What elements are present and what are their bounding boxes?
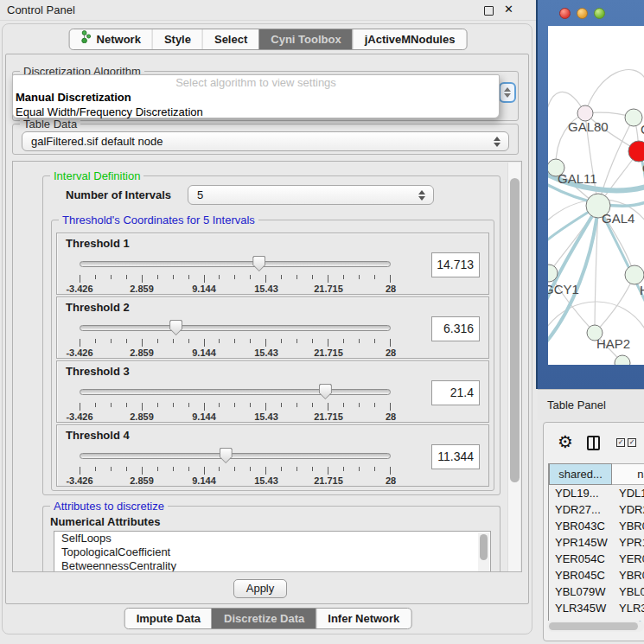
network-node[interactable] <box>625 109 642 126</box>
tick-mark <box>126 275 127 279</box>
table-row[interactable]: YBR043CYBR0 <box>549 518 644 534</box>
numerical-attributes-list[interactable]: SelfLoopsTopologicalCoefficientBetweenne… <box>54 531 491 572</box>
float-window-icon[interactable] <box>484 6 494 16</box>
slider-track[interactable] <box>80 325 391 331</box>
table-row[interactable]: YDL19...YDL1 <box>549 485 644 501</box>
threshold-slider[interactable]: -3.4262.8599.14415.4321.71528 <box>80 318 391 358</box>
algorithm-combo-focused[interactable] <box>499 82 516 103</box>
scrollbar-thumb[interactable] <box>510 178 520 482</box>
table-row[interactable]: YPR145WYPR1 <box>549 534 644 551</box>
table-row[interactable]: YER054CYER0 <box>549 551 644 567</box>
tick-mark <box>328 467 328 475</box>
slider-thumb[interactable] <box>319 384 332 399</box>
cell-name: YDR2 <box>619 501 644 518</box>
scrollbar-thumb[interactable] <box>480 534 488 560</box>
tick-mark <box>359 339 360 343</box>
control-panel-titlebar: Control Panel ✕ <box>0 0 536 21</box>
tab-style[interactable]: Style <box>152 29 202 49</box>
threshold-slider[interactable]: -3.4262.8599.14415.4321.71528 <box>80 254 391 294</box>
table-data-combo[interactable]: galFiltered.sif default node <box>22 131 509 151</box>
attribute-list-item[interactable]: BetweennessCentrality <box>54 559 490 572</box>
tick-mark <box>204 339 205 347</box>
gear-icon[interactable]: ⚙ <box>558 431 573 452</box>
threshold-value-field[interactable]: 14.713 <box>431 252 480 277</box>
tick-label: 2.859 <box>130 284 154 294</box>
tick-mark <box>219 467 220 471</box>
tab-cyni-toolbox[interactable]: Cyni Toolbox <box>258 29 352 49</box>
checkbox-icon[interactable]: ✓ <box>628 438 636 447</box>
threshold-label: Threshold 1 <box>66 237 130 250</box>
tab-label: Network <box>97 29 141 49</box>
slider-track[interactable] <box>80 261 391 267</box>
list-scrollbar[interactable] <box>478 532 489 572</box>
slider-thumb[interactable] <box>169 320 182 335</box>
tick-mark <box>312 339 313 343</box>
tab-infer-network[interactable]: Infer Network <box>316 609 411 628</box>
tick-mark <box>219 339 220 343</box>
slider-track[interactable] <box>80 389 391 395</box>
tick-mark <box>95 339 96 343</box>
threshold-slider[interactable]: -3.4262.8599.14415.4321.71528 <box>80 446 391 486</box>
slider-ticks <box>80 467 391 475</box>
bottom-tab-bar: Impute DataDiscretize DataInfer Network <box>124 608 412 629</box>
tab-network[interactable]: Network <box>70 29 152 49</box>
tick-mark <box>204 467 205 475</box>
network-view-window: GAL80GACGAL11GAL4GCY1HHAP2 <box>536 0 644 389</box>
network-node[interactable] <box>628 141 644 162</box>
scrollbar-thumb[interactable] <box>549 622 638 630</box>
cell-name: YDL1 <box>619 485 644 501</box>
table-row[interactable]: YLR345WYLR3 <box>549 600 644 616</box>
close-traffic-light-icon[interactable] <box>559 8 571 19</box>
tick-mark <box>343 275 344 279</box>
tick-mark <box>296 339 297 343</box>
slider-thumb[interactable] <box>220 448 233 463</box>
attribute-list-item[interactable]: SelfLoops <box>54 532 490 545</box>
table-panel-titlebar: Table Panel <box>538 389 644 420</box>
tick-label: 21.715 <box>314 348 343 358</box>
column-header-name[interactable]: name <box>612 463 644 485</box>
table-row[interactable]: YDR27...YDR2 <box>549 501 644 518</box>
number-of-intervals-combo[interactable]: 5 <box>188 185 434 205</box>
apply-button[interactable]: Apply <box>233 579 287 598</box>
dropdown-option[interactable]: Equal Width/Frequency Discretization <box>13 105 499 119</box>
columns-icon[interactable] <box>587 436 600 450</box>
network-canvas[interactable]: GAL80GACGAL11GAL4GCY1HHAP2 <box>548 26 644 365</box>
threshold-value-field[interactable]: 21.4 <box>431 380 480 405</box>
tick-label: 15.43 <box>254 475 278 486</box>
slider-thumb[interactable] <box>252 256 265 271</box>
algorithm-dropdown-popup: Select algorithm to view settings Manual… <box>12 74 500 118</box>
tick-mark <box>359 403 360 407</box>
minimize-traffic-light-icon[interactable] <box>577 8 588 19</box>
threshold-panel: Threshold 4-3.4262.8599.14415.4321.71528… <box>56 424 489 487</box>
tick-mark <box>188 403 189 407</box>
tab-impute-data[interactable]: Impute Data <box>125 609 212 628</box>
network-node[interactable] <box>625 265 644 284</box>
threshold-value-field[interactable]: 6.316 <box>431 316 480 341</box>
cell-shared-name: YBL079W <box>555 583 606 600</box>
attribute-list-item[interactable]: TopologicalCoefficient <box>54 545 490 559</box>
column-header-shared-name[interactable]: shared... <box>549 463 612 485</box>
tick-mark <box>374 275 375 279</box>
tick-mark <box>157 467 158 471</box>
table-row[interactable]: YBL079WYBL0 <box>549 583 644 600</box>
checkbox-icon[interactable]: ✓ <box>616 438 625 447</box>
cell-shared-name: YDR27... <box>555 501 601 518</box>
tab-jactivemnodules[interactable]: jActiveMNodules <box>353 29 467 49</box>
dropdown-option[interactable]: Manual Discretization <box>13 90 499 105</box>
threshold-slider[interactable]: -3.4262.8599.14415.4321.71528 <box>80 382 391 422</box>
tab-label: Discretize Data <box>224 609 304 628</box>
tick-mark <box>80 403 80 411</box>
tick-mark <box>281 275 282 279</box>
horizontal-scrollbar[interactable] <box>547 621 644 632</box>
tick-mark <box>265 467 266 475</box>
cell-shared-name: YBR043C <box>555 518 605 534</box>
table-row[interactable]: YBR045CYBR0 <box>549 567 644 583</box>
zoom-traffic-light-icon[interactable] <box>594 8 605 19</box>
slider-track[interactable] <box>80 453 391 459</box>
tab-discretize-data[interactable]: Discretize Data <box>212 609 316 628</box>
cell-shared-name: YDL19... <box>555 485 599 501</box>
threshold-value-field[interactable]: 11.344 <box>431 444 480 469</box>
vertical-scrollbar[interactable] <box>507 163 520 571</box>
close-icon[interactable]: ✕ <box>504 3 513 16</box>
tab-select[interactable]: Select <box>202 29 258 49</box>
